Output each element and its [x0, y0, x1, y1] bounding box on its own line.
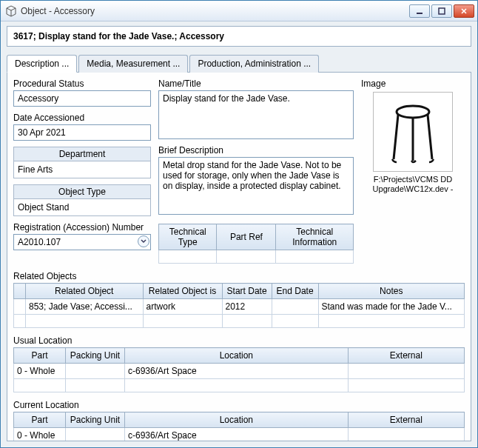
current-location-label: Current Location	[13, 400, 465, 410]
cube-icon	[5, 5, 17, 17]
related-header-end[interactable]: End Date	[272, 284, 318, 299]
current-part-cell[interactable]: 0 - Whole	[14, 428, 66, 442]
tab-production[interactable]: Production, Administration ...	[189, 55, 319, 73]
usual-pack-cell[interactable]	[66, 364, 125, 379]
usual-location-label: Usual Location	[13, 335, 465, 346]
related-end-cell[interactable]	[272, 299, 318, 315]
tabs: Description ... Media, Measurement ... P…	[7, 54, 471, 73]
tab-description[interactable]: Description ...	[7, 55, 77, 73]
regnum-dropdown-button[interactable]	[138, 235, 149, 247]
related-header-notes[interactable]: Notes	[318, 284, 464, 299]
tab-body: Procedural Status Accessory Date Accessi…	[7, 73, 471, 441]
related-header-start[interactable]: Start Date	[222, 284, 272, 299]
department-field[interactable]: Fine Arts	[14, 161, 150, 178]
object-type-field[interactable]: Object Stand	[14, 199, 150, 215]
minimize-button[interactable]	[409, 4, 430, 18]
current-location-table[interactable]: Part Packing Unit Location External 0 - …	[13, 412, 465, 441]
tech-header-info[interactable]: Technical Information	[276, 224, 354, 250]
close-button[interactable]	[454, 4, 474, 18]
current-header-pack[interactable]: Packing Unit	[66, 412, 125, 428]
row-selector-header[interactable]	[14, 284, 26, 299]
related-header-object[interactable]: Related Object	[26, 284, 144, 299]
related-start-cell[interactable]: 2012	[222, 299, 272, 315]
related-is-cell[interactable]: artwork	[143, 299, 222, 315]
svg-rect-1	[439, 8, 445, 14]
technical-table[interactable]: Technical Type Part Ref Technical Inform…	[158, 224, 354, 264]
current-pack-cell[interactable]	[66, 428, 125, 442]
object-type-group: Object Type Object Stand	[13, 184, 151, 216]
related-objects-table[interactable]: Related Object Related Object is Start D…	[13, 283, 465, 328]
related-notes-cell[interactable]: Stand was made for the Jade V...	[318, 299, 464, 315]
related-header-is[interactable]: Related Object is	[143, 284, 222, 299]
table-row[interactable]	[159, 250, 354, 264]
object-type-label: Object Type	[14, 185, 150, 199]
name-title-field[interactable]: Display stand for the Jade Vase.	[158, 90, 354, 139]
table-row[interactable]: 0 - Whole c-6936/Art Space	[14, 364, 465, 379]
date-accessioned-field[interactable]: 30 Apr 2021	[13, 124, 151, 141]
brief-description-label: Brief Description	[158, 145, 354, 156]
procedural-status-label: Procedural Status	[13, 78, 151, 89]
regnum-field[interactable]: A2010.107	[13, 234, 151, 250]
usual-header-pack[interactable]: Packing Unit	[66, 348, 125, 364]
usual-header-loc[interactable]: Location	[125, 348, 349, 364]
procedural-status-field[interactable]: Accessory	[13, 90, 151, 107]
usual-header-part[interactable]: Part	[14, 348, 66, 364]
window-title: Object - Accessory	[21, 6, 409, 16]
name-title-label: Name/Title	[158, 78, 354, 89]
stand-icon	[383, 98, 442, 165]
date-accessioned-label: Date Accessioned	[13, 113, 151, 123]
related-object-cell[interactable]: 853; Jade Vase; Accessi...	[26, 299, 144, 315]
record-summary: 3617; Display stand for the Jade Vase.; …	[7, 26, 471, 47]
image-label: Image	[361, 78, 465, 89]
titlebar: Object - Accessory	[1, 1, 477, 21]
maximize-button[interactable]	[431, 4, 452, 18]
tab-media[interactable]: Media, Measurement ...	[78, 55, 188, 73]
current-ext-cell[interactable]	[348, 428, 464, 442]
table-row[interactable]	[14, 379, 465, 392]
regnum-label: Registration (Accession) Number	[13, 222, 151, 233]
current-header-loc[interactable]: Location	[125, 412, 349, 428]
image-caption: F:\Projects\VCMS DD Upgrade\WC12x.dev -	[361, 175, 465, 194]
tech-header-partref[interactable]: Part Ref	[217, 224, 276, 250]
department-group: Department Fine Arts	[13, 147, 151, 178]
chevron-down-icon	[141, 238, 147, 246]
window: Object - Accessory 3617; Display stand f…	[0, 0, 478, 448]
tech-header-type[interactable]: Technical Type	[159, 224, 217, 250]
svg-point-2	[397, 106, 429, 118]
related-objects-label: Related Objects	[13, 271, 465, 281]
department-label: Department	[14, 147, 150, 161]
table-row[interactable]: 853; Jade Vase; Accessi... artwork 2012 …	[14, 299, 465, 315]
usual-loc-cell[interactable]: c-6936/Art Space	[125, 364, 349, 379]
image-preview[interactable]	[373, 92, 453, 172]
usual-location-table[interactable]: Part Packing Unit Location External 0 - …	[13, 347, 465, 392]
current-header-part[interactable]: Part	[14, 412, 66, 428]
usual-part-cell[interactable]: 0 - Whole	[14, 364, 66, 379]
brief-description-field[interactable]: Metal drop stand for the Jade Vase. Not …	[158, 157, 354, 215]
table-row[interactable]	[14, 315, 465, 328]
current-header-ext[interactable]: External	[348, 412, 464, 428]
svg-rect-0	[417, 13, 423, 14]
current-loc-cell[interactable]: c-6936/Art Space	[125, 428, 349, 442]
table-row[interactable]: 0 - Whole c-6936/Art Space	[14, 428, 465, 442]
usual-ext-cell[interactable]	[348, 364, 464, 379]
usual-header-ext[interactable]: External	[348, 348, 464, 364]
